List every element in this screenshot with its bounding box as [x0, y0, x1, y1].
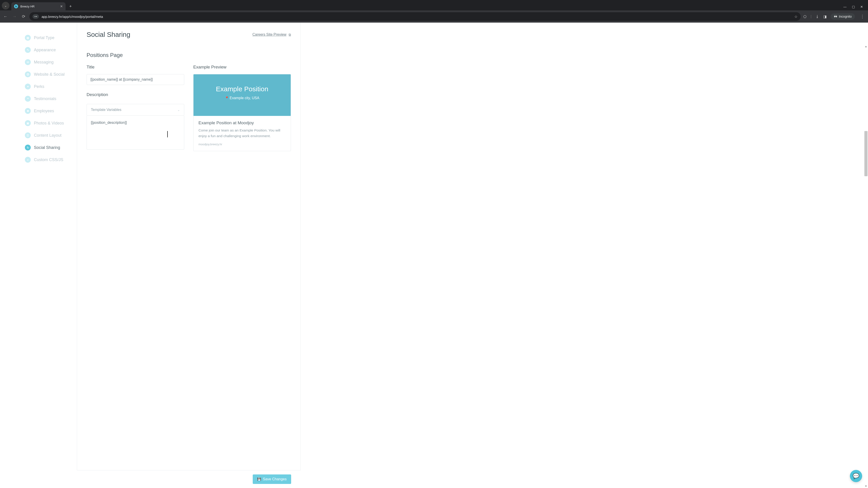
sidebar-item-photos-videos[interactable]: ▣ Photos & Videos: [25, 117, 72, 129]
browser-tab-strip: ⌄ b Breezy HR ✕ + — ▢ ✕: [0, 0, 868, 10]
tab-title: Breezy HR: [20, 5, 58, 8]
sidebar-item-label: Testimonials: [34, 96, 56, 101]
page-title: Social Sharing: [87, 31, 130, 38]
save-changes-button[interactable]: 💾 Save Changes: [253, 475, 291, 484]
code-icon: ⋄: [25, 157, 31, 163]
preview-card-description: Come join our team as an Example Positio…: [198, 128, 286, 139]
scroll-thumb[interactable]: [864, 131, 868, 176]
template-variables-dropdown[interactable]: Template Variables ⌄: [87, 104, 184, 116]
save-icon: 💾: [257, 477, 261, 481]
link-icon: ↻: [25, 144, 31, 151]
toolbar-separator: |: [811, 14, 811, 19]
layout-icon: ▦: [25, 35, 31, 41]
url-text: app.breezy.hr/app/c/moodjoy/portal/meta: [41, 15, 792, 19]
sidebar-item-label: Portal Type: [34, 35, 55, 40]
example-preview-label: Example Preview: [193, 65, 291, 70]
brush-icon: ✎: [25, 47, 31, 53]
sidebar-item-label: Photos & Videos: [34, 121, 64, 126]
gift-icon: ✦: [25, 84, 31, 90]
section-heading: Positions Page: [87, 52, 291, 58]
window-minimize-icon[interactable]: —: [843, 5, 846, 8]
downloads-icon[interactable]: ⭳: [815, 14, 819, 19]
location-pin-icon: 📍: [225, 96, 229, 100]
incognito-icon: 🕶: [834, 15, 837, 18]
main-content: Social Sharing Careers Site Preview ⧉ Po…: [77, 23, 301, 488]
chevron-down-icon: ⌄: [178, 108, 180, 111]
sidebar-item-label: Employees: [34, 109, 54, 113]
template-variables-label: Template Variables: [91, 108, 121, 112]
sidebar-item-label: Appearance: [34, 48, 56, 53]
external-link-icon: ⧉: [289, 33, 291, 37]
help-chat-button[interactable]: 💬: [850, 470, 862, 482]
window-close-icon[interactable]: ✕: [860, 5, 863, 8]
description-textarea[interactable]: [87, 116, 184, 150]
sidebar-item-portal-type[interactable]: ▦ Portal Type: [25, 32, 72, 44]
sidebar-item-custom-css-js[interactable]: ⋄ Custom CSS/JS: [25, 154, 72, 166]
browser-tab[interactable]: b Breezy HR ✕: [11, 2, 66, 10]
forward-button[interactable]: →: [11, 14, 18, 19]
description-field-label: Description: [87, 92, 184, 97]
scroll-up-icon[interactable]: ▲: [864, 45, 868, 48]
sidebar-item-content-layout[interactable]: ☰ Content Layout: [25, 129, 72, 141]
social-preview-card: Example Position 📍 Example city, USA Exa…: [193, 74, 291, 151]
save-button-label: Save Changes: [263, 477, 287, 481]
bookmark-star-icon[interactable]: ☆: [794, 14, 798, 19]
sidebar-item-label: Messaging: [34, 60, 54, 65]
share-icon: ✪: [25, 71, 31, 77]
side-panel-icon[interactable]: ◨: [823, 14, 827, 19]
incognito-label: Incognito: [839, 15, 852, 18]
preview-link-label: Careers Site Preview: [252, 33, 286, 37]
preview-location-text: Example city, USA: [230, 96, 259, 100]
browser-menu-icon[interactable]: ⋮: [859, 14, 866, 19]
new-tab-button[interactable]: +: [67, 3, 74, 9]
preview-hero-location: 📍 Example city, USA: [225, 96, 259, 100]
sidebar-item-employees[interactable]: ✖ Employees: [25, 105, 72, 117]
sidebar-item-label: Custom CSS/JS: [34, 158, 63, 162]
preview-card-title: Example Position at Moodjoy: [198, 121, 286, 125]
scroll-down-icon[interactable]: ▼: [864, 485, 868, 488]
sidebar-item-messaging[interactable]: ✉ Messaging: [25, 56, 72, 68]
chat-icon: ✉: [25, 59, 31, 65]
preview-hero: Example Position 📍 Example city, USA: [193, 74, 291, 116]
grid-icon: ☰: [25, 132, 31, 138]
chat-bubble-icon: 💬: [852, 473, 860, 479]
user-x-icon: ✖: [25, 108, 31, 114]
sidebar-item-appearance[interactable]: ✎ Appearance: [25, 44, 72, 56]
site-info-icon[interactable]: ⊶: [33, 14, 39, 19]
preview-hero-title: Example Position: [198, 85, 286, 93]
incognito-indicator[interactable]: 🕶 Incognito: [831, 13, 855, 20]
breezy-favicon: b: [14, 4, 18, 8]
back-button[interactable]: ←: [2, 14, 8, 19]
careers-preview-link[interactable]: Careers Site Preview ⧉: [252, 33, 291, 37]
tab-search-button[interactable]: ⌄: [2, 2, 9, 9]
scrollbar[interactable]: ▲ ▼: [864, 45, 868, 488]
positions-page-section: Positions Page Title Description Templat…: [77, 38, 301, 151]
settings-sidebar: ▦ Portal Type ✎ Appearance ✉ Messaging ✪…: [0, 23, 77, 488]
quote-icon: ❝: [25, 96, 31, 102]
browser-toolbar: ← → ⟳ ⊶ app.breezy.hr/app/c/moodjoy/port…: [0, 10, 868, 23]
sidebar-item-label: Social Sharing: [34, 145, 60, 150]
close-tab-icon[interactable]: ✕: [60, 4, 63, 8]
preview-card-domain: moodjoy.breezy.hr: [198, 142, 286, 146]
title-field-label: Title: [87, 65, 184, 70]
sidebar-item-label: Perks: [34, 84, 44, 89]
extensions-icon[interactable]: ⬠: [803, 14, 807, 19]
address-bar[interactable]: ⊶ app.breezy.hr/app/c/moodjoy/portal/met…: [29, 12, 801, 21]
sidebar-item-social-sharing[interactable]: ↻ Social Sharing: [25, 141, 72, 154]
save-bar: 💾 Save Changes: [77, 470, 301, 488]
sidebar-item-testimonials[interactable]: ❝ Testimonials: [25, 93, 72, 105]
sidebar-item-label: Website & Social: [34, 72, 65, 77]
title-input[interactable]: [87, 74, 184, 85]
sidebar-item-website-social[interactable]: ✪ Website & Social: [25, 68, 72, 80]
window-maximize-icon[interactable]: ▢: [852, 5, 855, 8]
image-icon: ▣: [25, 120, 31, 126]
reload-button[interactable]: ⟳: [20, 14, 27, 19]
sidebar-item-perks[interactable]: ✦ Perks: [25, 80, 72, 93]
chevron-down-icon: ⌄: [4, 4, 7, 7]
sidebar-item-label: Content Layout: [34, 133, 61, 138]
